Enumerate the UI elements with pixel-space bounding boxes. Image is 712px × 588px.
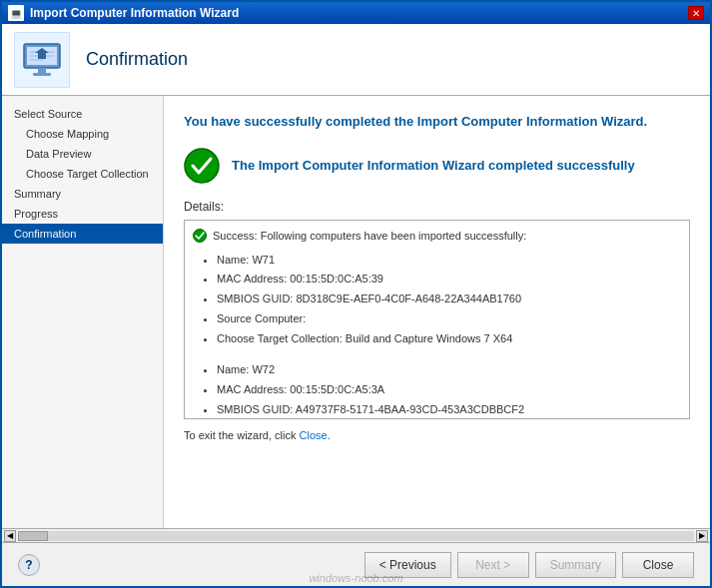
computer-entry-2: Name: W72 MAC Address: 00:15:5D:0C:A5:3A… [193, 360, 681, 418]
wizard-window: 💻 Import Computer Information Wizard ✕ [0, 0, 712, 588]
details-box[interactable]: Success: Following computers have been i… [184, 220, 690, 419]
computer-2-smbios: SMBIOS GUID: A49737F8-5171-4BAA-93CD-453… [217, 400, 681, 418]
computer-1-collection: Choose Target Collection: Build and Capt… [217, 329, 681, 349]
wizard-footer: ? < Previous Next > Summary Close [2, 542, 710, 586]
sidebar-item-select-source[interactable]: Select Source [2, 104, 163, 124]
sidebar: Select Source Choose Mapping Data Previe… [2, 96, 164, 528]
svg-rect-6 [33, 73, 51, 76]
exit-note: To exit the wizard, click Close. [184, 429, 690, 441]
scroll-right-arrow[interactable]: ▶ [696, 530, 708, 542]
details-success-line: Success: Following computers have been i… [193, 229, 681, 243]
title-bar-left: 💻 Import Computer Information Wizard [8, 5, 239, 21]
wizard-header: Confirmation [2, 24, 710, 96]
computer-1-mac: MAC Address: 00:15:5D:0C:A5:39 [217, 270, 681, 290]
details-success-text: Success: Following computers have been i… [213, 230, 526, 242]
details-check-icon [193, 229, 207, 243]
sidebar-item-choose-target[interactable]: Choose Target Collection [2, 164, 163, 184]
details-label: Details: [184, 200, 690, 214]
svg-rect-5 [38, 68, 46, 73]
main-content: You have successfully completed the Impo… [164, 96, 710, 528]
computer-1-source: Source Computer: [217, 309, 681, 329]
success-heading: You have successfully completed the Impo… [184, 112, 690, 132]
window-close-button[interactable]: ✕ [688, 6, 704, 20]
sidebar-item-summary[interactable]: Summary [2, 184, 163, 204]
computer-entry-1: Name: W71 MAC Address: 00:15:5D:0C:A5:39… [193, 251, 681, 349]
footer-left: ? [18, 554, 40, 576]
success-banner: The Import Computer Information Wizard c… [184, 148, 690, 184]
exit-note-link[interactable]: Close [300, 429, 328, 441]
exit-note-suffix: . [328, 429, 331, 441]
footer-right: < Previous Next > Summary Close [364, 552, 694, 578]
close-button[interactable]: Close [622, 552, 694, 578]
scroll-left-arrow[interactable]: ◀ [4, 530, 16, 542]
wizard-header-icon [14, 32, 70, 88]
computer-1-smbios: SMBIOS GUID: 8D318C9E-AEF0-4C0F-A648-22A… [217, 290, 681, 309]
svg-point-8 [185, 149, 219, 183]
window-title: Import Computer Information Wizard [30, 6, 239, 20]
sidebar-item-progress[interactable]: Progress [2, 204, 163, 224]
computer-2-mac: MAC Address: 00:15:5D:0C:A5:3A [217, 380, 681, 400]
success-banner-text: The Import Computer Information Wizard c… [232, 158, 635, 173]
previous-button[interactable]: < Previous [364, 552, 451, 578]
wizard-body: Select Source Choose Mapping Data Previe… [2, 96, 710, 528]
scroll-thumb[interactable] [18, 531, 48, 541]
horizontal-scrollbar[interactable]: ◀ ▶ [2, 528, 710, 542]
window-icon: 💻 [8, 5, 24, 21]
sidebar-item-data-preview[interactable]: Data Preview [2, 144, 163, 164]
exit-note-prefix: To exit the wizard, click [184, 429, 300, 441]
summary-button[interactable]: Summary [535, 552, 616, 578]
success-check-icon [184, 148, 220, 184]
wizard-header-title: Confirmation [86, 49, 188, 70]
title-bar: 💻 Import Computer Information Wizard ✕ [2, 2, 710, 24]
sidebar-item-confirmation[interactable]: Confirmation [2, 224, 163, 244]
help-button[interactable]: ? [18, 554, 40, 576]
scroll-track[interactable] [18, 531, 694, 541]
computer-2-name: Name: W72 [217, 360, 681, 380]
computer-1-name: Name: W71 [217, 251, 681, 271]
sidebar-item-choose-mapping[interactable]: Choose Mapping [2, 124, 163, 144]
next-button[interactable]: Next > [457, 552, 529, 578]
